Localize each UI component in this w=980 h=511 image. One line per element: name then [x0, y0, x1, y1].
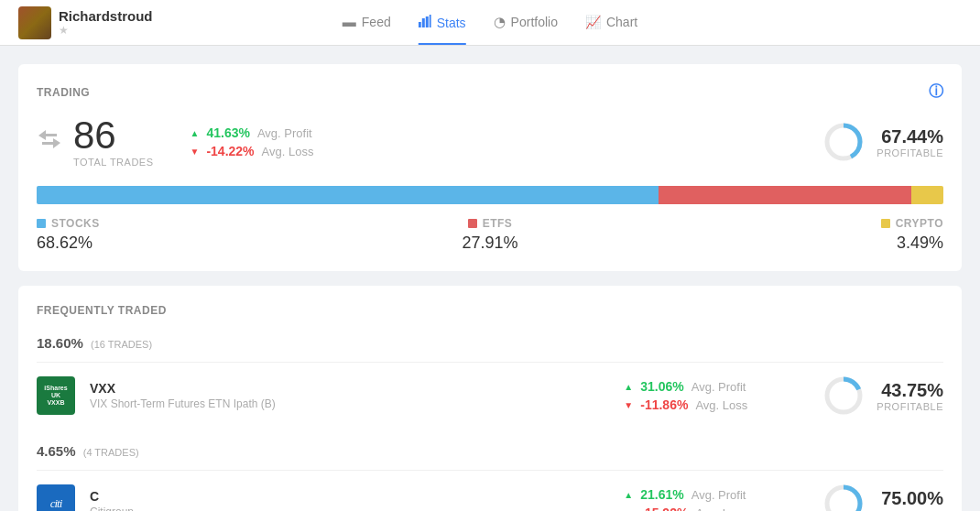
citi-profitable-text: 75.00% PROFITABLE	[877, 488, 943, 512]
svg-rect-2	[426, 16, 429, 27]
nav-label-portfolio: Portfolio	[511, 15, 558, 29]
citi-loss-row: ▼ -15.92% Avg. Loss	[624, 506, 807, 511]
citi-metrics: ▲ 21.61% Avg. Profit ▼ -15.92% Avg. Loss	[624, 487, 807, 511]
down-arrow-icon: ▼	[191, 147, 200, 157]
profitable-text: 67.44% PROFITABLE	[877, 126, 943, 158]
citi-section: 4.65% (4 TRADES) citi C Citigroup ▲ 21.6…	[37, 443, 943, 511]
crypto-asset: CRYPTO 3.49%	[641, 217, 943, 253]
crypto-label: CRYPTO	[896, 217, 943, 230]
nav-item-portfolio[interactable]: ◔ Portfolio	[494, 14, 558, 32]
asset-breakdown: STOCKS 68.62% ETFS 27.91% CRYPTO 3.49%	[37, 217, 943, 253]
vxx-avg-loss: -11.86%	[640, 397, 688, 412]
stocks-label: STOCKS	[51, 217, 100, 230]
up-arrow-icon: ▲	[191, 128, 200, 138]
nav-item-feed[interactable]: ▬ Feed	[343, 14, 391, 31]
crypto-bar	[911, 186, 943, 204]
nav-item-stats[interactable]: Stats	[419, 15, 466, 45]
citi-header: 4.65% (4 TRADES)	[37, 443, 943, 459]
citi-profit-label: Avg. Profit	[691, 488, 746, 502]
trading-title-text: TRADING	[37, 86, 90, 99]
citi-trade-item: citi C Citigroup ▲ 21.61% Avg. Profit ▼ …	[37, 470, 943, 511]
vxx-loss-row: ▼ -11.86% Avg. Loss	[624, 397, 807, 412]
vxx-loss-label: Avg. Loss	[695, 398, 747, 412]
nav-label-stats: Stats	[437, 16, 466, 30]
vxx-profitable-pct: 43.75%	[877, 380, 943, 401]
stocks-color-dot	[37, 219, 46, 228]
avatar	[18, 6, 51, 39]
citi-profit-row: ▲ 21.61% Avg. Profit	[624, 487, 807, 502]
avg-profit-value: 41.63%	[206, 125, 249, 140]
citi-ticker: C	[90, 489, 609, 504]
portfolio-icon: ◔	[494, 14, 506, 30]
asset-progress-bar	[37, 186, 943, 204]
vxx-section: 18.60% (16 TRADES) iSharesUKVXXB VXX VIX…	[37, 335, 943, 429]
etfs-label: ETFS	[483, 217, 513, 230]
citi-avg-profit: 21.61%	[640, 487, 683, 502]
avg-profit-label: Avg. Profit	[257, 126, 312, 140]
profitable-donut	[822, 120, 866, 164]
etfs-bar	[659, 186, 911, 204]
vxx-name: VIX Short-Term Futures ETN Ipath (B)	[90, 397, 609, 410]
info-icon[interactable]: ⓘ	[929, 82, 944, 102]
svg-rect-0	[419, 22, 421, 27]
username: Richardstroud	[59, 8, 153, 24]
vxx-profitable-label: PROFITABLE	[877, 401, 943, 412]
vxx-trade-item: iSharesUKVXXB VXX VIX Short-Term Futures…	[37, 362, 943, 429]
user-star: ★	[59, 24, 153, 37]
chart-icon: 📈	[585, 15, 601, 29]
citi-profitable: 75.00% PROFITABLE	[822, 482, 943, 511]
nav-label-feed: Feed	[362, 15, 391, 29]
stocks-asset: STOCKS 68.62%	[37, 217, 339, 253]
trading-card-title: TRADING ⓘ	[37, 82, 943, 102]
vxx-avg-profit: 31.06%	[640, 379, 683, 394]
citi-name: Citigroup	[90, 506, 609, 511]
vxx-header: 18.60% (16 TRADES)	[37, 335, 943, 351]
citi-down-icon: ▼	[624, 508, 633, 512]
trade-label: TOTAL TRADES	[73, 157, 154, 168]
profitable-label: PROFITABLE	[877, 147, 943, 158]
arrows-icon	[37, 126, 62, 158]
citi-info: C Citigroup	[90, 489, 609, 511]
citi-avg-loss: -15.92%	[640, 506, 688, 511]
vxx-up-icon: ▲	[624, 382, 633, 392]
header: Richardstroud ★ ▬ Feed Stats ◔ Portfolio…	[0, 0, 980, 46]
citi-up-icon: ▲	[624, 490, 633, 500]
etfs-asset: ETFS 27.91%	[339, 217, 641, 253]
vxx-metrics: ▲ 31.06% Avg. Profit ▼ -11.86% Avg. Loss	[624, 379, 807, 412]
nav-item-chart[interactable]: 📈 Chart	[585, 15, 637, 31]
vxx-ticker: VXX	[90, 381, 609, 396]
etfs-pct: 27.91%	[339, 234, 641, 253]
avg-loss-value: -14.22%	[206, 144, 254, 158]
frequently-traded-card: FREQUENTLY TRADED 18.60% (16 TRADES) iSh…	[18, 286, 962, 511]
vxx-trade-count: (16 TRADES)	[91, 339, 152, 350]
profitable-pct: 67.44%	[877, 126, 943, 147]
citi-donut	[822, 482, 866, 511]
stocks-bar	[37, 186, 659, 204]
profitable-section: 67.44% PROFITABLE	[822, 120, 943, 164]
vxx-profit-label: Avg. Profit	[691, 380, 746, 394]
trading-card: TRADING ⓘ 86 TOTAL TRADES	[18, 64, 962, 271]
crypto-pct: 3.49%	[641, 234, 943, 253]
avg-loss-label: Avg. Loss	[262, 145, 314, 158]
frequently-traded-title: FREQUENTLY TRADED	[37, 304, 943, 317]
vxx-profitable: 43.75% PROFITABLE	[822, 374, 943, 418]
nav-label-chart: Chart	[606, 15, 637, 29]
trading-stats-row: 86 TOTAL TRADES ▲ 41.63% Avg. Profit ▼ -…	[37, 116, 943, 168]
avg-loss-row: ▼ -14.22% Avg. Loss	[191, 144, 786, 158]
svg-rect-1	[422, 18, 425, 27]
vxx-header-pct: 18.60%	[37, 335, 83, 351]
citi-header-pct: 4.65%	[37, 443, 76, 459]
trade-count-section: 86 TOTAL TRADES	[37, 116, 154, 168]
vxx-down-icon: ▼	[624, 400, 633, 410]
vxx-profitable-text: 43.75% PROFITABLE	[877, 380, 943, 412]
citi-logo: citi	[37, 484, 75, 511]
stocks-pct: 68.62%	[37, 234, 339, 253]
svg-rect-3	[430, 15, 431, 27]
stats-icon	[419, 15, 431, 30]
citi-loss-label: Avg. Loss	[695, 506, 747, 512]
citi-profitable-pct: 75.00%	[877, 488, 943, 509]
user-section: Richardstroud ★	[18, 6, 201, 39]
main-nav: ▬ Feed Stats ◔ Portfolio 📈 Chart	[343, 14, 637, 32]
feed-icon: ▬	[343, 14, 356, 29]
citi-trade-count: (4 TRADES)	[83, 447, 139, 458]
